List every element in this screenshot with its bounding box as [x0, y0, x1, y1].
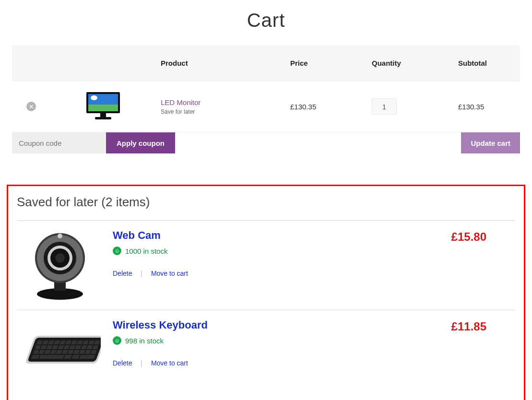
apply-coupon-button[interactable]: Apply coupon	[106, 132, 175, 153]
product-subtotal: £130.35	[453, 81, 520, 132]
cart-table: Product Price Quantity Subtotal ✕	[12, 46, 520, 153]
monitor-icon	[84, 91, 122, 122]
move-to-cart-link[interactable]: Move to cart	[151, 359, 188, 367]
coupon-code-input[interactable]	[12, 132, 106, 153]
in-stock-icon: ☺	[113, 247, 121, 255]
saved-item: Web Cam ☺ 1000 in stock Delete | Move to…	[17, 220, 515, 310]
product-price: £130.35	[285, 81, 367, 132]
cart-actions-row: Apply coupon Update cart	[12, 132, 520, 154]
svg-rect-50	[31, 355, 39, 359]
save-for-later-link[interactable]: Save for later	[161, 108, 281, 115]
stock-text: 998 in stock	[125, 337, 164, 345]
page-title: Cart	[12, 0, 520, 46]
svg-rect-5	[95, 117, 111, 119]
svg-rect-53	[71, 355, 80, 359]
saved-item-price: £11.85	[451, 320, 515, 333]
col-remove-header	[12, 46, 50, 81]
saved-item: Wireless Keyboard ☺ 998 in stock Delete …	[17, 310, 515, 395]
cart-row: ✕ L	[12, 81, 520, 132]
keyboard-icon	[19, 326, 101, 379]
stock-status: ☺ 1000 in stock	[113, 247, 442, 255]
svg-point-14	[58, 234, 62, 238]
svg-rect-51	[39, 355, 64, 359]
quantity-input[interactable]	[372, 98, 397, 115]
saved-item-thumbnail[interactable]	[17, 319, 103, 386]
col-subtotal-header: Subtotal	[453, 46, 520, 81]
stock-text: 1000 in stock	[125, 247, 167, 255]
product-thumbnail[interactable]	[82, 90, 125, 123]
saved-for-later-section: Saved for later (2 items) Web Cam ☺ 1000…	[7, 185, 525, 400]
in-stock-icon: ☺	[113, 336, 121, 345]
delete-saved-item-link[interactable]: Delete	[113, 270, 132, 277]
col-price-header: Price	[285, 46, 367, 81]
saved-for-later-heading: Saved for later (2 items)	[17, 193, 515, 220]
separator: |	[141, 270, 142, 277]
saved-item-name-link[interactable]: Web Cam	[113, 229, 161, 241]
move-to-cart-link[interactable]: Move to cart	[151, 270, 188, 277]
svg-rect-2	[88, 105, 118, 111]
col-thumbnail-header	[50, 46, 156, 81]
webcam-icon	[24, 229, 96, 301]
svg-rect-52	[64, 355, 72, 359]
saved-item-thumbnail[interactable]	[17, 229, 103, 301]
svg-point-13	[55, 253, 65, 263]
svg-point-3	[91, 95, 97, 100]
product-name-link[interactable]: LED Monitor	[161, 98, 201, 106]
saved-item-price: £15.80	[451, 230, 515, 244]
delete-saved-item-link[interactable]: Delete	[113, 359, 132, 367]
update-cart-button[interactable]: Update cart	[461, 132, 520, 153]
svg-rect-4	[100, 113, 106, 117]
col-product-header: Product	[156, 46, 285, 81]
stock-status: ☺ 998 in stock	[113, 336, 442, 345]
separator: |	[141, 359, 142, 367]
col-quantity-header: Quantity	[367, 46, 453, 81]
saved-item-name-link[interactable]: Wireless Keyboard	[113, 319, 208, 331]
remove-item-icon[interactable]: ✕	[26, 102, 36, 111]
svg-rect-54	[79, 355, 95, 359]
